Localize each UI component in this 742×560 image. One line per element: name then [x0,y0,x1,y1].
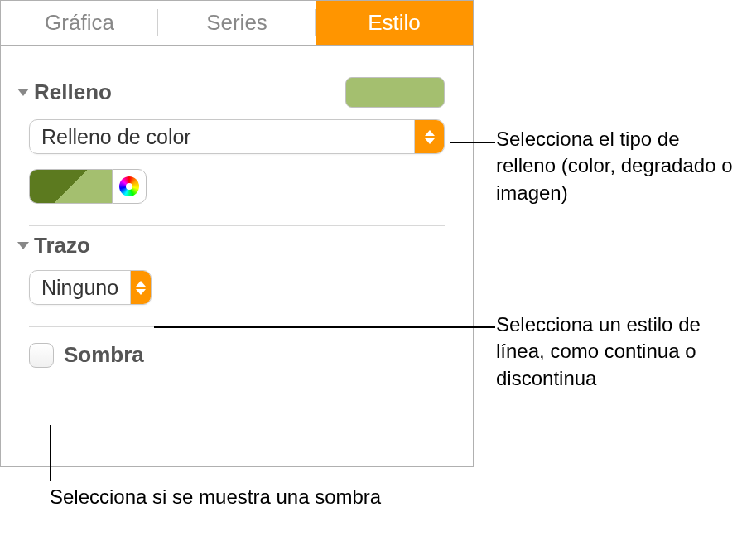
panel-tabs: Gráfica Series Estilo [1,1,473,46]
tab-chart[interactable]: Gráfica [1,1,158,45]
fill-color-picker-button[interactable] [112,169,147,204]
stroke-title: Trazo [34,233,90,258]
fill-section-header: Relleno [29,77,445,108]
stroke-disclosure[interactable]: Trazo [29,233,90,258]
color-wheel-icon [119,176,139,196]
stroke-section-header: Trazo [29,233,445,258]
callout-line [154,326,495,328]
stroke-style-dropdown[interactable]: Ninguno [29,270,152,305]
callout-line [50,425,51,481]
dropdown-stepper-icon [414,120,444,153]
stroke-selected: Ninguno [30,276,130,300]
tab-style[interactable]: Estilo [316,1,473,45]
tab-series[interactable]: Series [158,1,316,45]
shadow-label: Sombra [64,342,144,368]
chevron-down-icon [17,89,29,96]
fill-color-well[interactable] [29,169,112,204]
fill-color-row [29,169,445,204]
fill-color-swatch[interactable] [345,77,445,108]
fill-disclosure[interactable]: Relleno [29,80,112,105]
shadow-checkbox[interactable] [29,343,54,368]
dropdown-stepper-icon [130,271,151,304]
chevron-down-icon [17,242,29,249]
fill-title: Relleno [34,80,112,105]
style-panel: Gráfica Series Estilo Relleno Relleno de… [0,0,474,467]
divider [29,225,445,226]
fill-type-selected: Relleno de color [30,125,414,149]
shadow-row: Sombra [29,342,445,368]
stroke-callout-text: Selecciona un estilo de línea, como cont… [496,311,742,392]
fill-callout-text: Selecciona el tipo de relleno (color, de… [496,126,742,206]
panel-body: Relleno Relleno de color Trazo [1,46,473,384]
shadow-callout-text: Selecciona si se muestra una sombra [50,484,381,510]
fill-type-dropdown[interactable]: Relleno de color [29,119,445,154]
callout-line [450,142,495,143]
